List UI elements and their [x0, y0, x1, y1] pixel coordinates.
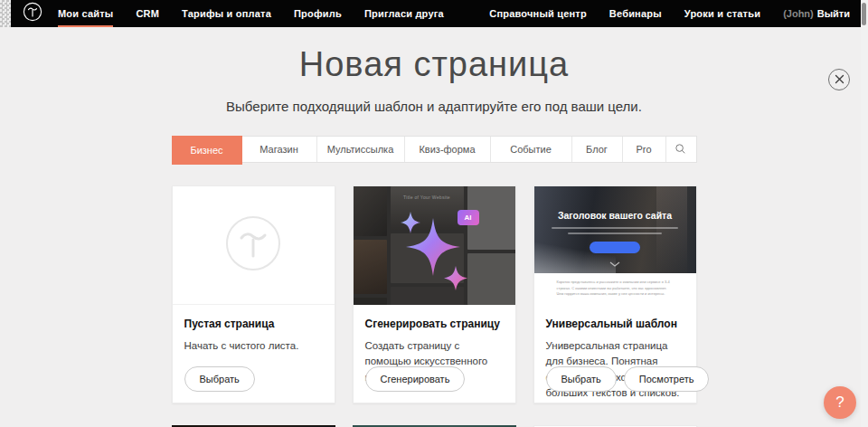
- view-button[interactable]: Посмотреть: [624, 366, 710, 392]
- nav-crm[interactable]: CRM: [136, 0, 159, 27]
- close-button[interactable]: [828, 69, 850, 90]
- card-blank-page[interactable]: Пустая страница Начать с чистого листа. …: [172, 185, 335, 403]
- card-actions: Сгенерировать: [365, 366, 466, 392]
- card-title: Сгенерировать страницу: [365, 318, 504, 330]
- card-info: Сгенерировать страницу Создать страницу …: [354, 305, 515, 403]
- nav-invite-friend[interactable]: Пригласи друга: [364, 0, 444, 27]
- card-actions: Выбрать Посмотреть: [546, 366, 710, 392]
- ai-badge: AI: [458, 210, 479, 225]
- page-subtitle: Выберите подходящий шаблон и адаптируйте…: [0, 99, 868, 114]
- logout-link[interactable]: Выйти: [817, 8, 850, 19]
- card-info: Универсальный шаблон Универсальная стран…: [534, 305, 696, 403]
- ai-preview-collage: Title of Your Website: [354, 186, 515, 305]
- hero-text-line: [552, 227, 678, 229]
- blank-page-preview: [173, 186, 335, 305]
- scrollbar-thumb[interactable]: [862, 3, 866, 25]
- user-session: (John) Выйти: [783, 8, 850, 19]
- card-actions: Выбрать: [184, 366, 255, 392]
- nav-my-sites[interactable]: Мои сайты: [58, 0, 113, 27]
- choose-button[interactable]: Выбрать: [184, 366, 255, 392]
- card-description: Начать с чистого листа.: [184, 338, 323, 354]
- tab-blog[interactable]: Блог: [572, 137, 623, 162]
- tab-pro[interactable]: Pro: [623, 137, 666, 162]
- user-name: (John): [783, 8, 814, 19]
- template-preview: Заголовок вашего сайта Коротко представь…: [534, 186, 696, 305]
- template-body: Коротко представьтесь и расскажите о ком…: [534, 273, 696, 305]
- scrollbar[interactable]: [861, 0, 868, 427]
- topbar: Мои сайты CRM Тарифы и оплата Профиль Пр…: [0, 0, 868, 27]
- template-paragraph: Коротко представьтесь и расскажите о ком…: [557, 280, 674, 298]
- tab-business[interactable]: Бизнес: [172, 136, 242, 165]
- secondary-nav: Справочный центр Вебинары Уроки и статьи…: [467, 0, 850, 27]
- question-icon: ?: [835, 394, 844, 412]
- tilda-logo[interactable]: [23, 2, 42, 25]
- nav-help-center[interactable]: Справочный центр: [489, 0, 587, 27]
- nav-webinars[interactable]: Вебинары: [609, 0, 662, 27]
- page-title: Новая страница: [0, 27, 868, 84]
- primary-nav: Мои сайты CRM Тарифы и оплата Профиль Пр…: [58, 0, 467, 27]
- close-icon: [835, 73, 844, 87]
- tab-store[interactable]: Магазин: [242, 137, 317, 162]
- template-hero: Заголовок вашего сайта: [534, 186, 696, 273]
- nav-lessons-articles[interactable]: Уроки и статьи: [684, 0, 760, 27]
- new-page-modal: Новая страница Выберите подходящий шабло…: [0, 27, 868, 427]
- hero-text-line: [568, 232, 662, 234]
- tab-multilink[interactable]: Мультиссылка: [317, 137, 405, 162]
- nav-plans-payment[interactable]: Тарифы и оплата: [182, 0, 271, 27]
- tilda-ghost-logo-icon: [225, 215, 281, 275]
- search-icon: [675, 143, 686, 157]
- tab-event[interactable]: Событие: [491, 137, 572, 162]
- card-title: Пустая страница: [184, 318, 323, 330]
- chevron-down-icon: [609, 254, 620, 270]
- choose-button[interactable]: Выбрать: [546, 366, 617, 392]
- tab-search[interactable]: [666, 137, 695, 162]
- template-hero-heading: Заголовок вашего сайта: [534, 186, 696, 221]
- generate-button[interactable]: Сгенерировать: [365, 366, 466, 392]
- template-cards: Пустая страница Начать с чистого листа. …: [172, 185, 697, 403]
- template-category-tabs: Бизнес Магазин Мультиссылка Квиз-форма С…: [172, 136, 697, 163]
- card-title: Универсальный шаблон: [546, 318, 684, 330]
- template-hero-button: [590, 242, 640, 253]
- tab-quiz-form[interactable]: Квиз-форма: [405, 137, 491, 162]
- card-universal-template[interactable]: Заголовок вашего сайта Коротко представь…: [533, 185, 697, 403]
- ai-sparkle-icon: [354, 186, 515, 305]
- card-ai-generate[interactable]: Title of Your Website: [353, 185, 516, 403]
- tilda-logo-icon: [23, 2, 42, 25]
- nav-profile[interactable]: Профиль: [294, 0, 342, 27]
- help-widget-button[interactable]: ?: [824, 386, 856, 419]
- edge-texture: [0, 0, 11, 27]
- card-info: Пустая страница Начать с чистого листа. …: [173, 305, 335, 403]
